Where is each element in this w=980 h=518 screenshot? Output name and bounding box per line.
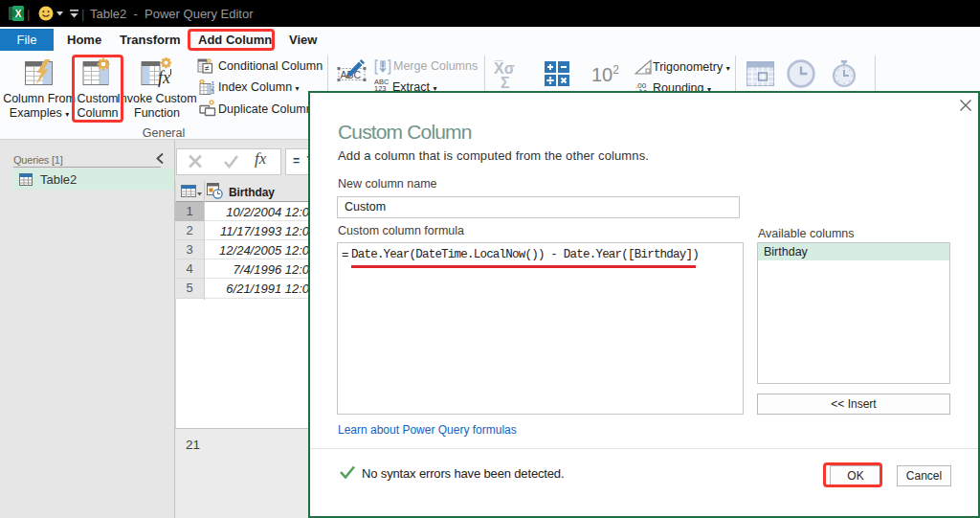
svg-text:X: X xyxy=(15,9,22,19)
svg-text:fx: fx xyxy=(158,68,170,87)
svg-text:3: 3 xyxy=(212,90,214,95)
svg-text:≠: ≠ xyxy=(205,63,210,73)
svg-text:Σ: Σ xyxy=(501,75,510,89)
